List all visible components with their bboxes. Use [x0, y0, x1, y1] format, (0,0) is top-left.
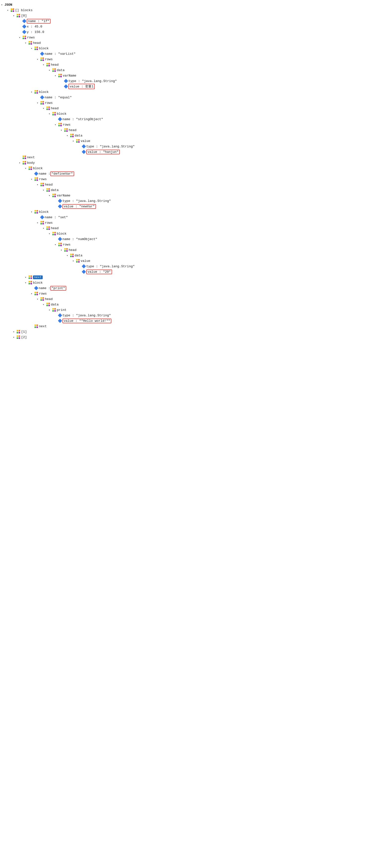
- block0-definevar-rows-arrow[interactable]: ▾: [31, 178, 34, 181]
- block0-numobj-rows-arrow[interactable]: ▾: [55, 243, 58, 246]
- block0-equal-arrow[interactable]: ▾: [31, 90, 34, 94]
- block0-equal-head-children: ▾: [42, 111, 371, 155]
- block0-arrow[interactable]: ▾: [13, 14, 17, 17]
- block0-definevar-varname-arrow[interactable]: ▾: [49, 194, 52, 197]
- block0-definevar-arrow[interactable]: ▾: [25, 167, 28, 170]
- block0-head1-arrow[interactable]: ▾: [25, 41, 28, 44]
- svg-rect-16: [29, 43, 30, 44]
- block0-print-line: ▾: [25, 280, 371, 285]
- block0-numobj-value-value-label: value : "20": [88, 270, 111, 274]
- block0-body-next-highlighted: next: [33, 275, 42, 279]
- svg-rect-141: [36, 294, 38, 295]
- svg-rect-135: [30, 281, 32, 282]
- block0-numobj-name-diamond: [58, 237, 62, 241]
- block0-equal-head-label: head: [51, 106, 59, 110]
- block0-varlist-head-label: head: [51, 63, 59, 67]
- block0-stringobj-value-arrow[interactable]: ▾: [73, 140, 76, 143]
- block0-rows-puzzle-icon: [22, 35, 26, 39]
- root-arrow[interactable]: ▾: [1, 3, 4, 6]
- block0-numobj-rows-children: ▾: [55, 247, 371, 275]
- block0-numobj-data-arrow[interactable]: ▾: [66, 254, 70, 257]
- block0-numobj-head-arrow[interactable]: ▾: [60, 248, 64, 252]
- block0-body-arrow[interactable]: ▾: [19, 161, 22, 164]
- block0-varlist-head-arrow[interactable]: ▾: [42, 63, 46, 66]
- block0-head1-node: ▾: [25, 40, 371, 155]
- block0-body-line: ▾ body: [19, 160, 371, 165]
- svg-rect-124: [70, 256, 72, 257]
- block0-stringobj-arrow[interactable]: ▾: [49, 112, 52, 116]
- svg-rect-77: [25, 163, 26, 164]
- block0-equal-children: ▾ name : "equal": [31, 95, 371, 155]
- svg-rect-42: [40, 101, 42, 102]
- svg-rect-139: [36, 292, 38, 293]
- svg-rect-36: [58, 76, 60, 77]
- block2-arrow[interactable]: ▾: [13, 336, 17, 339]
- svg-rect-76: [23, 163, 24, 164]
- block0-print-head-line: ▾: [37, 296, 371, 302]
- block0-set-rows-arrow[interactable]: ▾: [37, 221, 40, 224]
- blocks-children: ▾ [0]: [7, 13, 371, 340]
- block0-body-label: body: [27, 161, 35, 165]
- block0-numobj-value-arrow[interactable]: ▾: [73, 259, 76, 262]
- block0-varlist-data-arrow[interactable]: ▾: [49, 69, 52, 72]
- block0-name-line: ▾ name : "if": [19, 18, 371, 24]
- svg-rect-132: [29, 277, 30, 279]
- block0-print-head-node: ▾: [37, 296, 371, 323]
- svg-rect-111: [54, 232, 56, 234]
- block0-numobj-head-label: head: [69, 248, 76, 252]
- block0-node: ▾ [0]: [13, 13, 371, 329]
- svg-rect-25: [42, 59, 44, 61]
- block0-body-next-arrow[interactable]: ▾: [25, 276, 28, 279]
- svg-rect-56: [58, 125, 60, 126]
- block0-equal-name-line: ▾ name : "equal": [37, 95, 371, 100]
- block0-numobj-arrow[interactable]: ▾: [49, 232, 52, 235]
- svg-rect-13: [25, 38, 26, 39]
- block1-arrow[interactable]: ▾: [13, 330, 17, 334]
- block0-varname-arrow[interactable]: ▾: [55, 74, 58, 77]
- block0-stringobj-head-arrow[interactable]: ▾: [60, 129, 64, 132]
- block0-numobj-rows-puzzle-icon: [58, 243, 62, 246]
- block0-definevar-name-line: ▾ name : "defineVar": [31, 171, 371, 176]
- block0-print-data-arrow[interactable]: ▾: [42, 303, 46, 306]
- block0-print-rows-arrow[interactable]: ▾: [31, 292, 34, 295]
- block0-varlist-rows-arrow[interactable]: ▾: [37, 58, 40, 61]
- block0-set-rows-line: ▾: [37, 220, 371, 225]
- svg-rect-67: [78, 139, 80, 141]
- block0-stringobj-data-arrow[interactable]: ▾: [66, 134, 70, 137]
- block0-equal-head-arrow[interactable]: ▾: [42, 107, 46, 110]
- block0-rows-arrow[interactable]: ▾: [19, 36, 22, 39]
- root-node: ▾ JSON ▾: [1, 2, 371, 340]
- block0-definevar-rows-line: ▾: [31, 176, 371, 182]
- block0-numobj-node: ▾: [49, 231, 371, 275]
- block0-name-highlighted: name : "if": [27, 19, 51, 24]
- block0-set-head-arrow[interactable]: ▾: [42, 227, 46, 230]
- blocks-arrow[interactable]: ▾: [7, 9, 10, 12]
- block0-print-print-arrow[interactable]: ▾: [49, 308, 52, 312]
- block0-definevar-data-arrow[interactable]: ▾: [42, 188, 46, 192]
- svg-rect-154: [34, 324, 36, 326]
- block0-stringobj-rows-arrow[interactable]: ▾: [55, 123, 58, 126]
- svg-rect-83: [36, 177, 38, 179]
- block0-print-data-children: ▾: [42, 307, 371, 323]
- svg-rect-134: [29, 281, 30, 282]
- svg-rect-115: [60, 243, 62, 244]
- svg-rect-90: [47, 188, 48, 190]
- svg-rect-43: [42, 101, 44, 102]
- block0-set-arrow[interactable]: ▾: [31, 210, 34, 214]
- block0-varname-label: varName: [63, 74, 76, 78]
- block0-stringobj-head-line: ▾: [60, 127, 371, 133]
- block0-equal-rows-arrow[interactable]: ▾: [37, 101, 40, 104]
- block0-varname-line: ▾: [55, 73, 371, 78]
- block0-numobj-line: ▾: [49, 231, 371, 236]
- block0-head1-block-name-line: ▾ name : "varList": [37, 51, 371, 57]
- block0-print-arrow[interactable]: ▾: [25, 281, 28, 284]
- svg-rect-82: [34, 177, 36, 179]
- block0-print-head-arrow[interactable]: ▾: [37, 298, 40, 301]
- svg-rect-8: [17, 16, 18, 17]
- block0-definevar-head-arrow[interactable]: ▾: [37, 183, 40, 186]
- block0-rows-children: ▾: [19, 40, 371, 155]
- svg-rect-96: [52, 196, 54, 197]
- block0-definevar-rows-children: ▾: [31, 182, 371, 209]
- block0-definevar-children: ▾ name : "defineVar" ▾: [25, 171, 371, 275]
- block0-head1-block-arrow[interactable]: ▾: [31, 47, 34, 50]
